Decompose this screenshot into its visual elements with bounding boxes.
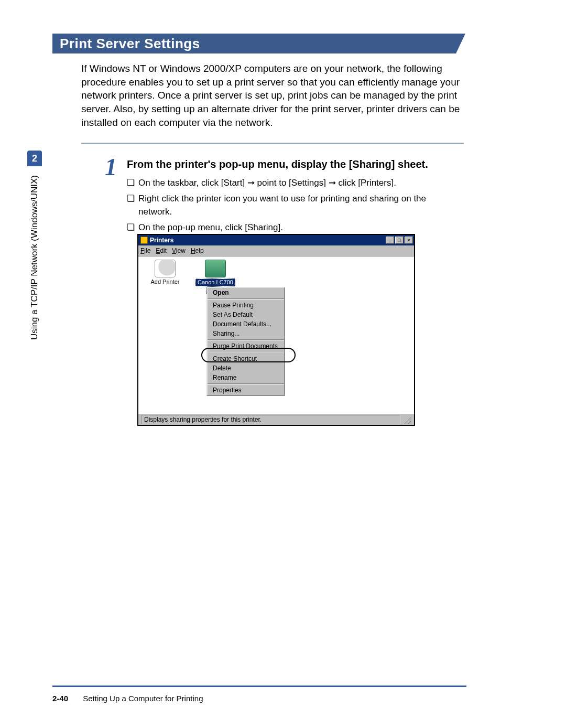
canon-label-line1: Canon LC700 [195,279,235,286]
ctx-properties[interactable]: Properties [208,386,284,395]
ctx-set-default[interactable]: Set As Default [208,310,284,319]
step-heading: From the printer's pop-up menu, display … [127,158,462,170]
minimize-button[interactable]: _ [386,237,394,244]
ctx-rename[interactable]: Rename [208,373,284,382]
bullet-icon: ❏ [127,192,138,219]
ctx-delete[interactable]: Delete [208,363,284,373]
ctx-sharing[interactable]: Sharing... [208,329,284,338]
add-printer-item[interactable]: Add Printer [142,260,189,285]
menu-view[interactable]: View [172,247,186,254]
status-text: Displays sharing properties for this pri… [142,415,400,424]
ctx-open[interactable]: Open [208,288,284,297]
menubar: File Edit View Help [138,245,414,256]
bullet-icon: ❏ [127,221,138,234]
chapter-title-vertical: Using a TCP/IP Network (Windows/UNIX) [27,173,42,383]
bullet-list: ❏ On the taskbar, click [Start] ➞ point … [127,176,452,236]
menu-separator [208,352,284,353]
printers-folder-icon [140,237,148,244]
step-number: 1 [105,153,117,181]
footer-rule [52,686,466,687]
add-printer-icon [155,260,176,277]
section-title: Print Server Settings [60,36,200,52]
resize-grip-icon[interactable] [402,415,411,424]
statusbar: Displays sharing properties for this pri… [138,413,414,425]
chapter-tab: 2 [27,151,42,166]
bullet-text: On the taskbar, click [Start] ➞ point to… [138,176,452,190]
add-printer-label: Add Printer [142,279,189,285]
context-menu: Open Pause Printing Set As Default Docum… [206,287,285,396]
window-body[interactable]: Add Printer Canon LC700 PCL5 Open Pause … [138,256,414,413]
window-title: Printers [150,237,173,244]
ctx-document-defaults[interactable]: Document Defaults... [208,319,284,329]
menu-separator [208,383,284,384]
bullet-text: Right click the printer icon you want to… [138,192,452,219]
bullet-text: On the pop-up menu, click [Sharing]. [138,221,452,234]
chapter-number: 2 [32,153,37,164]
menu-help[interactable]: Help [191,247,204,254]
list-item: ❏ On the taskbar, click [Start] ➞ point … [127,176,452,190]
ctx-create-shortcut[interactable]: Create Shortcut [208,354,284,363]
close-button[interactable]: × [405,237,413,244]
list-item: ❏ Right click the printer icon you want … [127,192,452,219]
menu-separator [208,339,284,340]
maximize-button[interactable]: □ [395,237,404,244]
menu-separator [208,298,284,299]
menu-file[interactable]: File [140,247,150,254]
page-number: 2-40 [52,694,68,703]
footer-section-title: Setting Up a Computer for Printing [83,694,203,703]
page-footer: 2-40 Setting Up a Computer for Printing [52,694,203,703]
ctx-pause-printing[interactable]: Pause Printing [208,301,284,310]
ctx-purge[interactable]: Purge Print Documents [208,341,284,351]
printers-window: Printers _ □ × File Edit View Help Add P… [137,234,415,426]
list-item: ❏ On the pop-up menu, click [Sharing]. [127,221,452,234]
printer-icon [205,260,226,277]
divider [81,143,464,144]
menu-edit[interactable]: Edit [156,247,167,254]
titlebar[interactable]: Printers _ □ × [138,235,414,245]
bullet-icon: ❏ [127,176,138,190]
intro-paragraph: If Windows NT or Windows 2000/XP compute… [81,62,464,129]
section-banner: Print Server Settings [52,34,456,53]
